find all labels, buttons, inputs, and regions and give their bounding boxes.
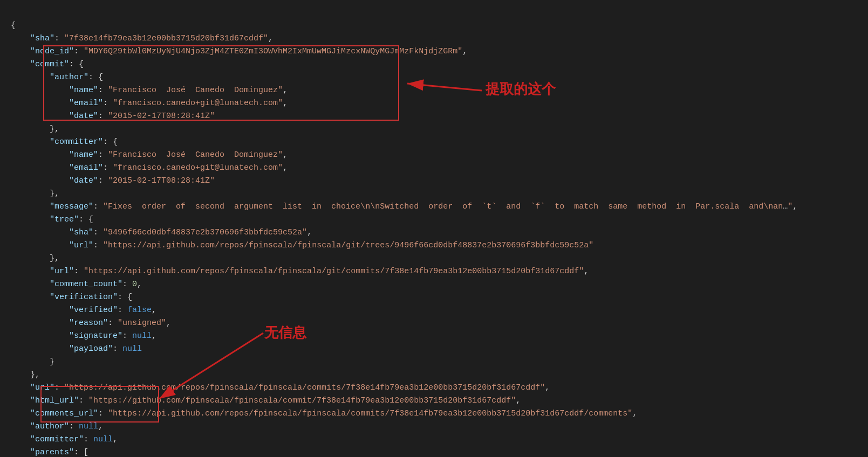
line-6: "email": "francisco.canedo+git@lunatech.… <box>11 99 288 108</box>
line-2: "node_id": "MDY6Q29tbWl0MzUyNjU4Njo3ZjM4… <box>11 47 467 56</box>
line-13: }, <box>11 189 59 198</box>
line-15: "tree": { <box>11 215 93 224</box>
line-31: "author": null, <box>11 422 103 431</box>
line-4: "author": { <box>11 73 103 82</box>
line-8: }, <box>11 124 59 134</box>
line-16: "sha": "9496f66cd0dbf48837e2b370696f3bbf… <box>11 228 312 237</box>
line-32: "committer": null, <box>11 435 118 444</box>
line-25: "payload": null <box>11 344 142 354</box>
line-1: "sha": "7f38e14fb79ea3b12e00bb3715d20bf3… <box>11 34 273 43</box>
code-display: { "sha": "7f38e14fb79ea3b12e00bb3715d20b… <box>0 0 868 457</box>
line-28: "url": "https://api.github.com/repos/fpi… <box>11 383 550 392</box>
line-27: }, <box>11 370 40 379</box>
line-10: "name": "Francisco José Canedo Dominguez… <box>11 150 288 160</box>
line-12: "date": "2015-02-17T08:28:41Z" <box>11 176 215 185</box>
line-5: "name": "Francisco José Canedo Dominguez… <box>11 86 288 95</box>
line-29: "html_url": "https://github.com/fpinscal… <box>11 396 521 405</box>
line-11: "email": "francisco.canedo+git@lunatech.… <box>11 163 288 172</box>
line-7: "date": "2015-02-17T08:28:41Z" <box>11 112 215 121</box>
line-20: "comment_count": 0, <box>11 280 142 289</box>
line-22: "verified": false, <box>11 306 156 315</box>
line-18: }, <box>11 254 59 263</box>
line-21: "verification": { <box>11 293 132 302</box>
line-24: "signature": null, <box>11 331 156 341</box>
line-33: "parents": [ <box>11 448 88 457</box>
line-23: "reason": "unsigned", <box>11 318 171 328</box>
line-3: "commit": { <box>11 60 84 69</box>
line-30: "comments_url": "https://api.github.com/… <box>11 409 637 418</box>
line-9: "committer": { <box>11 137 118 147</box>
line-26: } <box>11 357 54 366</box>
line-0: { <box>11 21 16 30</box>
line-17: "url": "https://api.github.com/repos/fpi… <box>11 241 593 250</box>
line-14: "message": "Fixes order of second argume… <box>11 202 797 211</box>
line-19: "url": "https://api.github.com/repos/fpi… <box>11 267 589 276</box>
